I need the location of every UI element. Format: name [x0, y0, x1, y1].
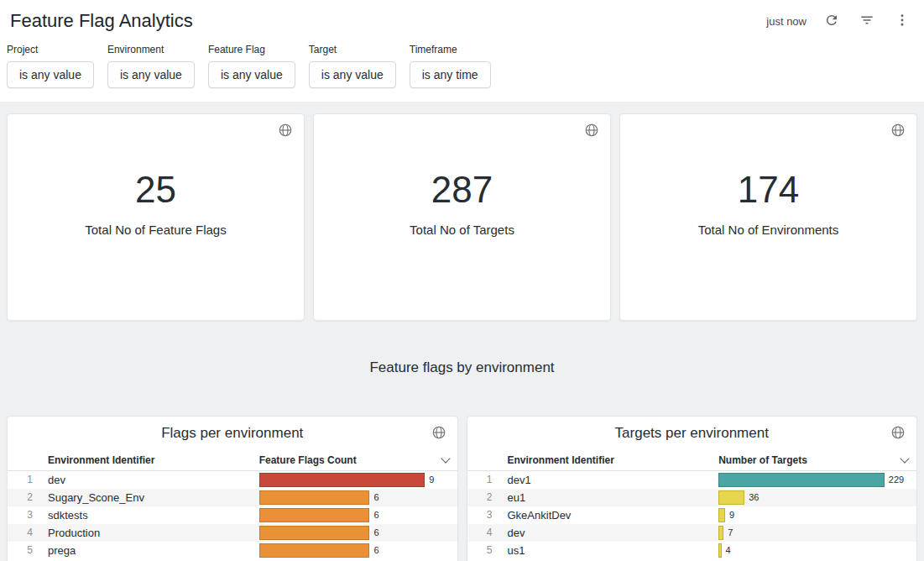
row-index: 1: [467, 471, 503, 489]
value-bar[interactable]: [259, 543, 370, 558]
row-index: 4: [8, 524, 43, 542]
value-bar[interactable]: [718, 543, 721, 558]
bar-value: 229: [889, 474, 904, 485]
index-column-header: [8, 452, 43, 471]
value-bar[interactable]: [259, 490, 370, 505]
value-bar[interactable]: [259, 473, 425, 487]
environment-name: sdktests: [43, 506, 254, 524]
kpi-value: 25: [135, 169, 176, 212]
bar-cell: 9: [713, 506, 916, 524]
targets-per-environment-table: Environment Identifier Number of Targets…: [467, 452, 917, 559]
globe-icon[interactable]: [890, 123, 906, 139]
environment-name: prega: [43, 542, 254, 559]
filter-label: Environment: [107, 44, 195, 55]
row-index: 4: [467, 524, 503, 542]
count-column-header: Number of Targets: [713, 452, 916, 471]
globe-icon[interactable]: [277, 123, 294, 139]
chevron-down-icon[interactable]: [441, 454, 450, 463]
filter-icon: [859, 13, 874, 30]
last-refresh-time: just now: [766, 15, 807, 28]
table-row: 2eu136: [467, 489, 917, 506]
filter-timeframe-value-button[interactable]: is any time: [410, 61, 491, 88]
environment-name: Production: [43, 524, 254, 542]
kpi-card-targets: 287 Total No of Targets: [313, 113, 611, 321]
kpi-value: 287: [431, 169, 493, 212]
row-index: 5: [8, 542, 43, 559]
value-bar[interactable]: [718, 473, 885, 487]
chevron-down-icon[interactable]: [900, 454, 909, 463]
kpi-label: Total No of Environments: [698, 223, 839, 237]
table-row: 1dev1229: [467, 471, 917, 489]
bar-value: 7: [728, 527, 733, 537]
bar-cell: 4: [713, 542, 916, 559]
bar-value: 36: [749, 492, 759, 502]
filter-label: Project: [7, 44, 94, 55]
row-index: 5: [467, 542, 503, 559]
index-column-header: [467, 452, 503, 471]
filter-target: Target is any value: [309, 44, 396, 88]
globe-icon[interactable]: [583, 123, 600, 139]
bar-value: 6: [373, 527, 378, 537]
environment-name: eu1: [503, 489, 714, 506]
refresh-icon: [824, 13, 839, 30]
environment-name: dev: [503, 524, 714, 542]
kebab-menu-icon: [895, 13, 910, 30]
filter-environment-value-button[interactable]: is any value: [107, 61, 195, 88]
value-bar[interactable]: [718, 526, 723, 540]
environment-name: dev: [43, 471, 254, 489]
filter-feature-flag-value-button[interactable]: is any value: [208, 61, 295, 88]
environment-name: Sugary_Scone_Env: [43, 489, 254, 506]
table-row: 5prega6: [8, 542, 457, 559]
dashboard-body: 25 Total No of Feature Flags 287 Total N…: [0, 102, 924, 561]
filter-target-value-button[interactable]: is any value: [309, 61, 396, 88]
bar-cell: 36: [713, 489, 916, 506]
bar-value: 4: [726, 545, 731, 555]
page-title: Feature Flag Analytics: [10, 10, 193, 32]
bar-cell: 9: [254, 471, 457, 489]
globe-icon[interactable]: [890, 425, 906, 442]
table-row: 2Sugary_Scone_Env6: [8, 489, 457, 506]
table-title: Targets per environment: [467, 425, 917, 442]
environment-name: GkeAnkitDev: [503, 506, 714, 524]
bar-value: 9: [429, 474, 434, 485]
table-header-row: Environment Identifier Number of Targets: [467, 452, 917, 471]
table-title: Flags per environment: [8, 425, 457, 442]
row-index: 2: [8, 489, 43, 506]
bar-value: 9: [729, 510, 734, 520]
filter-project-value-button[interactable]: is any value: [7, 61, 94, 88]
table-row: 5us14: [467, 542, 917, 559]
kpi-card-environments: 174 Total No of Environments: [619, 113, 917, 321]
row-index: 1: [8, 471, 43, 489]
filter-label: Feature Flag: [208, 44, 295, 55]
filter-timeframe: Timeframe is any time: [410, 44, 491, 88]
bar-cell: 6: [254, 524, 457, 542]
value-bar[interactable]: [259, 526, 370, 540]
count-column-header: Feature Flags Count: [254, 452, 457, 471]
value-bar[interactable]: [259, 508, 370, 522]
targets-per-environment-card: Targets per environment Environment Iden…: [467, 416, 918, 561]
kpi-label: Total No of Feature Flags: [85, 223, 226, 237]
flags-per-environment-card: Flags per environment Environment Identi…: [7, 416, 458, 561]
table-row: 4dev7: [467, 524, 917, 542]
value-bar[interactable]: [718, 490, 744, 505]
environment-name: dev1: [503, 471, 714, 489]
more-menu-button[interactable]: [892, 11, 912, 31]
table-row: 3sdktests6: [8, 506, 457, 524]
kpi-card-feature-flags: 25 Total No of Feature Flags: [7, 113, 305, 321]
bar-cell: 6: [254, 489, 457, 506]
value-bar[interactable]: [718, 508, 725, 522]
refresh-button[interactable]: [822, 11, 842, 31]
table-header-row: Environment Identifier Feature Flags Cou…: [8, 452, 457, 471]
kpi-value: 174: [738, 169, 799, 212]
section-title: Feature flags by environment: [7, 359, 917, 376]
tables-row: Flags per environment Environment Identi…: [7, 416, 917, 561]
header-actions: just now: [766, 11, 912, 31]
filter-bar: Project is any value Environment is any …: [0, 37, 924, 102]
globe-icon[interactable]: [431, 425, 447, 442]
bar-value: 6: [373, 545, 378, 555]
kpi-row: 25 Total No of Feature Flags 287 Total N…: [7, 113, 917, 321]
filter-feature-flag: Feature Flag is any value: [208, 44, 295, 88]
filter-button[interactable]: [857, 11, 877, 31]
bar-cell: 7: [713, 524, 916, 542]
table-row: 1dev9: [8, 471, 457, 489]
